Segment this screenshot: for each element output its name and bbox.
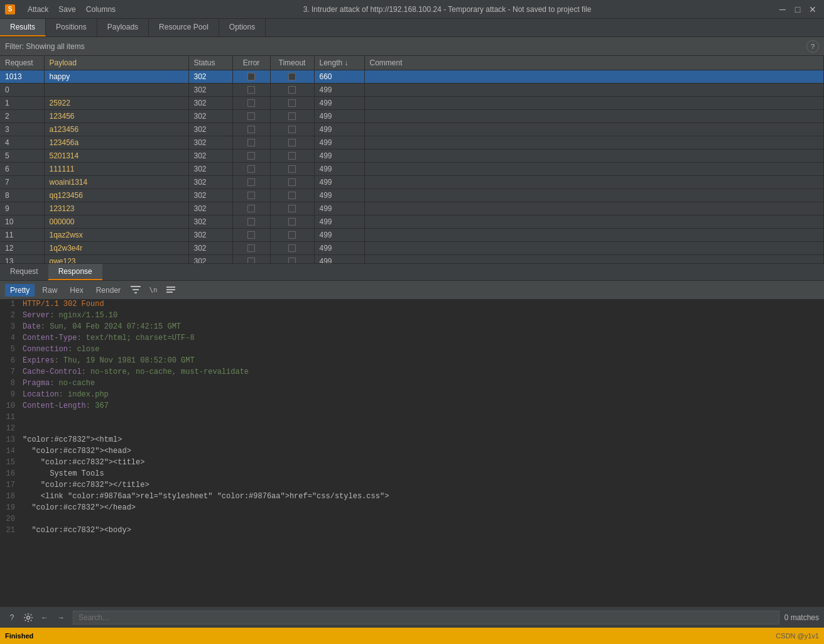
cell-status: 302	[188, 242, 232, 255]
minimize-button[interactable]: ─	[776, 3, 789, 16]
maximize-button[interactable]: □	[791, 3, 804, 16]
line-content: Expires: Thu, 19 Nov 1981 08:52:00 GMT	[20, 356, 824, 368]
cell-length: 499	[314, 255, 364, 264]
table-row[interactable]: 1013 happy 302 660	[0, 70, 824, 84]
cell-payload: 123456a	[44, 136, 188, 150]
table-row[interactable]: 4 123456a 302 499	[0, 136, 824, 150]
line-content: Connection: close	[20, 345, 824, 356]
line-number: 8	[0, 379, 20, 390]
col-request[interactable]: Request	[0, 56, 44, 70]
cell-comment	[364, 202, 824, 216]
table-row[interactable]: 3 a123456 302 499	[0, 123, 824, 136]
view-icon-wrap[interactable]	[163, 283, 178, 297]
view-tab-pretty[interactable]: Pretty	[5, 284, 35, 297]
settings-icon[interactable]	[21, 611, 35, 625]
line-number: 2	[0, 311, 20, 322]
help-icon[interactable]: ?	[5, 611, 19, 625]
cell-payload: 25922	[44, 97, 188, 110]
line-number: 9	[0, 390, 20, 401]
status-bar: Finished CSDN @y1v1	[0, 628, 824, 644]
response-line: 13"color:#cc7832"><html>	[0, 435, 824, 447]
svg-rect-5	[166, 292, 173, 293]
cell-comment	[364, 176, 824, 189]
tab-resource-pool[interactable]: Resource Pool	[149, 19, 219, 36]
menu-attack[interactable]: Attack	[25, 4, 51, 15]
cell-length: 499	[314, 202, 364, 216]
response-content: 1HTTP/1.1 302 Found2Server: nginx/1.15.1…	[0, 300, 824, 606]
cell-length: 499	[314, 176, 364, 189]
forward-icon[interactable]: →	[54, 611, 68, 625]
filter-help-button[interactable]: ?	[806, 40, 819, 53]
response-line: 8Pragma: no-cache	[0, 379, 824, 390]
cell-payload: 000000	[44, 216, 188, 229]
table-row[interactable]: 10 000000 302 499	[0, 216, 824, 229]
cell-payload: happy	[44, 70, 188, 84]
cell-timeout	[270, 202, 314, 216]
line-number: 5	[0, 345, 20, 356]
tab-positions[interactable]: Positions	[46, 19, 97, 36]
table-row[interactable]: 8 qq123456 302 499	[0, 189, 824, 202]
col-status[interactable]: Status	[188, 56, 232, 70]
cell-payload: 111111	[44, 163, 188, 176]
line-number: 15	[0, 458, 20, 469]
line-number: 4	[0, 334, 20, 345]
table-row[interactable]: 1 25922 302 499	[0, 97, 824, 110]
svg-rect-0	[131, 286, 141, 287]
cell-timeout	[270, 97, 314, 110]
cell-error	[232, 216, 270, 229]
cell-comment	[364, 163, 824, 176]
col-comment[interactable]: Comment	[364, 56, 824, 70]
cell-request: 1	[0, 97, 44, 110]
app-logo: S	[5, 4, 15, 14]
tab-options[interactable]: Options	[219, 19, 266, 36]
cell-status: 302	[188, 136, 232, 150]
view-tab-raw[interactable]: Raw	[37, 284, 62, 297]
col-timeout[interactable]: Timeout	[270, 56, 314, 70]
cell-comment	[364, 216, 824, 229]
search-input[interactable]	[73, 611, 779, 625]
table-row[interactable]: 2 123456 302 499	[0, 110, 824, 123]
cell-timeout	[270, 123, 314, 136]
back-icon[interactable]: ←	[38, 611, 52, 625]
tab-response[interactable]: Response	[48, 264, 102, 280]
col-payload[interactable]: Payload	[44, 56, 188, 70]
table-row[interactable]: 6 111111 302 499	[0, 163, 824, 176]
tab-request[interactable]: Request	[0, 264, 48, 280]
cell-request: 5	[0, 150, 44, 163]
view-icon-filter[interactable]	[128, 283, 143, 297]
response-line: 6Expires: Thu, 19 Nov 1981 08:52:00 GMT	[0, 356, 824, 368]
table-row[interactable]: 11 1qaz2wsx 302 499	[0, 229, 824, 242]
view-tab-render[interactable]: Render	[91, 284, 126, 297]
line-content	[20, 413, 824, 424]
response-line: 11	[0, 413, 824, 424]
line-number: 7	[0, 368, 20, 379]
col-error[interactable]: Error	[232, 56, 270, 70]
match-count: 0 matches	[784, 613, 819, 622]
cell-request: 12	[0, 242, 44, 255]
close-button[interactable]: ✕	[806, 3, 819, 16]
table-row[interactable]: 9 123123 302 499	[0, 202, 824, 216]
cell-error	[232, 70, 270, 84]
table-row[interactable]: 5 5201314 302 499	[0, 150, 824, 163]
menu-save[interactable]: Save	[56, 4, 78, 15]
table-row[interactable]: 7 woaini1314 302 499	[0, 176, 824, 189]
view-icon-ln[interactable]: \n	[146, 283, 161, 297]
table-row[interactable]: 0 302 499	[0, 84, 824, 97]
line-content: "color:#cc7832"></head>	[20, 503, 824, 515]
cell-length: 499	[314, 123, 364, 136]
cell-status: 302	[188, 255, 232, 264]
line-number: 11	[0, 413, 20, 424]
filter-bar: Filter: Showing all items ?	[0, 37, 824, 56]
response-line: 12	[0, 424, 824, 435]
cell-timeout	[270, 255, 314, 264]
tab-results[interactable]: Results	[0, 19, 46, 36]
table-row[interactable]: 12 1q2w3e4r 302 499	[0, 242, 824, 255]
view-tab-hex[interactable]: Hex	[65, 284, 88, 297]
table-row[interactable]: 13 qwe123 302 499	[0, 255, 824, 264]
line-content: Content-Length: 367	[20, 401, 824, 413]
tab-payloads[interactable]: Payloads	[97, 19, 149, 36]
cell-error	[232, 189, 270, 202]
line-number: 17	[0, 481, 20, 492]
menu-columns[interactable]: Columns	[84, 4, 118, 15]
col-length[interactable]: Length ↓	[314, 56, 364, 70]
